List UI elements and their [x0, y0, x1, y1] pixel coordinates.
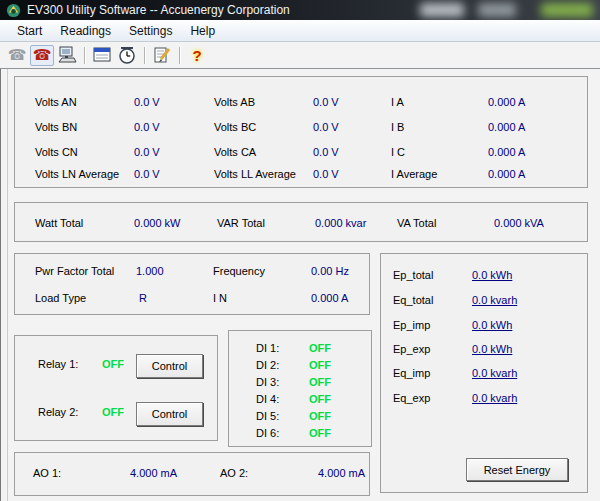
relay1-label: Relay 1: [38, 358, 78, 371]
di5-status: OFF [309, 410, 331, 423]
window-close-blur [541, 3, 593, 17]
volts-bn-value: 0.0 V [134, 121, 160, 134]
menu-readings[interactable]: Readings [51, 21, 120, 41]
load-type-value: R [139, 292, 147, 305]
frequency-label: Frequency [213, 265, 265, 278]
volts-ab-value: 0.0 V [313, 96, 339, 109]
settings-edit-icon[interactable] [150, 45, 174, 66]
current-avg-value: 0.000 A [488, 168, 525, 181]
watt-total-label: Watt Total [35, 217, 83, 230]
panel-relays: Relay 1: OFF Control Relay 2: OFF Contro… [14, 335, 218, 441]
volts-bc-value: 0.0 V [313, 121, 339, 134]
window-frame-inner [7, 69, 8, 501]
volts-cn-value: 0.0 V [134, 146, 160, 159]
eq-exp-label: Eq_exp [393, 392, 430, 405]
panel-digital-inputs: DI 1: OFF DI 2: OFF DI 3: OFF DI 4: OFF … [228, 330, 372, 447]
di6-label: DI 6: [256, 427, 279, 440]
current-n-value: 0.000 A [311, 292, 348, 305]
eq-imp-value[interactable]: 0.0 kvarh [472, 367, 517, 380]
ep-imp-value[interactable]: 0.0 kWh [472, 319, 512, 332]
ep-exp-value[interactable]: 0.0 kWh [472, 343, 512, 356]
toolbar-separator [144, 47, 146, 64]
va-total-value: 0.000 kVA [494, 217, 544, 230]
watt-total-value: 0.000 kW [134, 217, 180, 230]
ao1-value: 4.000 mA [130, 467, 177, 480]
volts-ca-label: Volts CA [214, 146, 256, 159]
menu-help[interactable]: Help [181, 21, 224, 41]
ao2-label: AO 2: [220, 467, 248, 480]
relay2-label: Relay 2: [38, 406, 78, 419]
volts-ll-avg-label: Volts LL Average [214, 168, 296, 181]
panel-power: Watt Total 0.000 kW VAR Total 0.000 kvar… [14, 202, 588, 242]
ep-total-value[interactable]: 0.0 kWh [472, 269, 512, 282]
relay2-status: OFF [102, 406, 124, 419]
ep-imp-label: Ep_imp [393, 319, 430, 332]
current-a-label: I A [391, 96, 404, 109]
relay2-control-button[interactable]: Control [136, 402, 203, 426]
volts-cn-label: Volts CN [35, 146, 78, 159]
connect-phone-icon[interactable]: ☎ [30, 45, 54, 66]
volts-bn-label: Volts BN [35, 121, 77, 134]
di6-status: OFF [309, 427, 331, 440]
menu-settings[interactable]: Settings [120, 21, 181, 41]
eq-exp-value[interactable]: 0.0 kvarh [472, 392, 517, 405]
di1-status: OFF [309, 342, 331, 355]
menu-start[interactable]: Start [8, 21, 51, 41]
relay1-status: OFF [102, 358, 124, 371]
eq-total-value[interactable]: 0.0 kvarh [472, 294, 517, 307]
window-minimize-blur [420, 3, 464, 17]
current-c-value: 0.000 A [488, 146, 525, 159]
frequency-value: 0.00 Hz [311, 265, 349, 278]
volts-bc-label: Volts BC [214, 121, 256, 134]
pwr-factor-value: 1.000 [136, 265, 164, 278]
ao2-value: 4.000 mA [318, 467, 365, 480]
window-frame-edge [0, 69, 1, 501]
toolbar-separator [84, 47, 86, 64]
di3-status: OFF [309, 376, 331, 389]
window-title: EV300 Utility Software -- Accuenergy Cor… [27, 3, 290, 17]
volts-an-value: 0.0 V [134, 96, 160, 109]
toolbar-separator [179, 47, 181, 64]
di1-label: DI 1: [256, 342, 279, 355]
panel-meters: Volts AN 0.0 V Volts AB 0.0 V I A 0.000 … [14, 76, 588, 188]
menu-bar: Start Readings Settings Help [0, 20, 600, 42]
clock-icon[interactable] [115, 45, 139, 66]
ep-total-label: Ep_total [393, 269, 433, 282]
var-total-value: 0.000 kvar [315, 217, 366, 230]
volts-ln-avg-label: Volts LN Average [35, 168, 119, 181]
va-total-label: VA Total [397, 217, 436, 230]
pwr-factor-label: Pwr Factor Total [35, 265, 114, 278]
volts-ca-value: 0.0 V [313, 146, 339, 159]
volts-ll-avg-value: 0.0 V [313, 168, 339, 181]
current-a-value: 0.000 A [488, 96, 525, 109]
volts-ln-avg-value: 0.0 V [134, 168, 160, 181]
ao1-label: AO 1: [33, 467, 61, 480]
reset-energy-button[interactable]: Reset Energy [466, 458, 568, 481]
current-n-label: I N [213, 292, 227, 305]
di2-label: DI 2: [256, 359, 279, 372]
ep-exp-label: Ep_exp [393, 343, 430, 356]
help-icon[interactable]: ? [185, 45, 209, 66]
toolbar: ☎ ☎ [0, 42, 600, 69]
eq-total-label: Eq_total [393, 294, 433, 307]
di5-label: DI 5: [256, 410, 279, 423]
panel-analog-outputs: AO 1: 4.000 mA AO 2: 4.000 mA [14, 452, 370, 496]
panel-energy: Ep_total 0.0 kWh Eq_total 0.0 kvarh Ep_i… [380, 253, 588, 493]
current-b-value: 0.000 A [488, 121, 525, 134]
di4-status: OFF [309, 393, 331, 406]
panel-power-factor: Pwr Factor Total 1.000 Frequency 0.00 Hz… [14, 253, 370, 315]
di4-label: DI 4: [256, 393, 279, 406]
realtime-window-icon[interactable] [90, 45, 114, 66]
window-maximize-blur [478, 3, 516, 17]
client-area: Volts AN 0.0 V Volts AB 0.0 V I A 0.000 … [0, 69, 600, 501]
meter-readings-icon[interactable] [55, 45, 79, 66]
di2-status: OFF [309, 359, 331, 372]
volts-an-label: Volts AN [35, 96, 77, 109]
disconnect-phone-icon[interactable]: ☎ [5, 45, 29, 66]
di3-label: DI 3: [256, 376, 279, 389]
relay1-control-button[interactable]: Control [136, 354, 203, 378]
title-bar: EV300 Utility Software -- Accuenergy Cor… [0, 0, 600, 20]
current-avg-label: I Average [391, 168, 437, 181]
app-icon [6, 3, 21, 18]
eq-imp-label: Eq_imp [393, 367, 430, 380]
